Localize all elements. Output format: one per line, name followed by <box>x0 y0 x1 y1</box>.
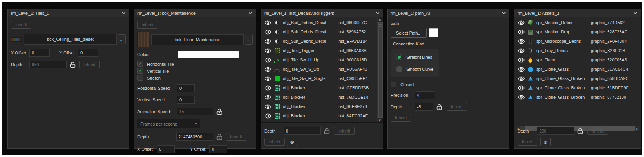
list-item[interactable]: obj_Tile_Sw_S_Up inst_FD56AF40 <box>261 65 383 74</box>
eye-icon[interactable] <box>518 76 525 81</box>
inherit-button[interactable]: Inherit <box>137 21 158 29</box>
list-item[interactable]: spr_Microscope_Debris graphic_2F0F4304 <box>514 37 641 46</box>
list-item[interactable]: obj_Suit_Debris_Decal inst_06039E7C <box>261 18 383 27</box>
x-offset-input[interactable] <box>29 49 50 57</box>
straight-lines-option[interactable]: Straight Lines <box>396 54 434 60</box>
eye-icon[interactable] <box>265 48 271 53</box>
smooth-curve-option[interactable]: Smooth Curve <box>396 66 434 72</box>
lock-open-icon[interactable] <box>324 128 330 134</box>
panel-header-tiles[interactable]: rm_Level_1: Tiles_1 <box>8 9 129 17</box>
eye-icon[interactable] <box>265 58 271 63</box>
panel-header-path[interactable]: rm_Level_1: path_AI <box>388 9 509 17</box>
depth-inherit-button[interactable]: Inherit <box>79 61 100 68</box>
vertical-scrollbar[interactable] <box>377 17 383 122</box>
list-item[interactable]: obj_Tile_Sw_H_Single inst_C99C5EE1 <box>261 74 383 83</box>
eye-icon[interactable] <box>518 20 525 25</box>
depth-input[interactable] <box>29 61 67 68</box>
depth-input[interactable] <box>537 127 574 135</box>
depth-inherit-button[interactable]: Inherit <box>334 127 355 135</box>
depth-input[interactable] <box>176 133 213 141</box>
chevron-down-icon[interactable] <box>121 12 126 14</box>
depth-input[interactable] <box>415 103 433 111</box>
eye-icon[interactable] <box>265 39 271 44</box>
eye-icon[interactable] <box>265 76 271 81</box>
lock-closed-icon[interactable] <box>436 104 442 110</box>
eye-icon[interactable] <box>265 67 271 72</box>
path-colour-swatch[interactable] <box>429 28 438 37</box>
list-item[interactable]: obj_Blocker inst_8BE9E276 <box>261 102 383 111</box>
lock-closed-icon[interactable] <box>70 61 76 68</box>
y-offset-input[interactable] <box>209 145 227 153</box>
eye-icon[interactable] <box>265 113 271 119</box>
circled-x-icon[interactable]: ⊗ <box>540 138 551 146</box>
eye-icon[interactable] <box>518 30 525 35</box>
depth-inherit-button[interactable]: Inherit <box>587 127 608 135</box>
inherit-button[interactable]: Inherit <box>518 138 538 146</box>
animation-speed-input[interactable] <box>177 108 213 115</box>
x-offset-input[interactable] <box>157 145 175 153</box>
colour-swatch[interactable] <box>178 51 239 58</box>
eye-icon[interactable] <box>518 48 525 53</box>
list-item[interactable]: obj_Blocker inst_8AEC92AF <box>261 111 383 120</box>
list-item[interactable]: spr_Clone_Glass graphic_31AC54C4 <box>514 65 641 74</box>
horizontal-speed-input[interactable] <box>177 84 195 92</box>
vertical-speed-input[interactable] <box>177 96 195 104</box>
list-item[interactable]: obj_Blocker inst_CFBDD73B <box>261 83 383 92</box>
eye-icon[interactable] <box>518 67 525 72</box>
eye-icon[interactable] <box>518 85 525 91</box>
list-item[interactable]: obj_Suit_Debris_Decal inst_5896A752 <box>261 27 383 37</box>
lock-open-icon[interactable] <box>216 134 222 140</box>
panel-header-instances[interactable]: rm_Level_1: inst_DecalsAndTriggers <box>261 9 383 17</box>
eye-icon[interactable] <box>518 39 525 44</box>
list-item[interactable]: obj_Blocker inst_76DCDE14 <box>261 92 383 102</box>
scrollbar-thumb[interactable] <box>378 22 383 118</box>
depth-inherit-button[interactable]: Inherit <box>447 103 467 111</box>
list-item[interactable]: spr_Monitor_Drop graphic_528F23AC <box>514 27 641 37</box>
lock-closed-icon[interactable] <box>577 128 583 134</box>
eye-icon[interactable] <box>518 95 525 100</box>
inherit-button[interactable]: Inherit <box>11 21 31 29</box>
straight-lines-radio[interactable] <box>396 54 402 60</box>
list-item[interactable]: spr_Clone_Glass_Broken graphic_51BDEE9E <box>514 83 641 92</box>
eye-icon[interactable] <box>265 95 271 100</box>
tileset-name-field[interactable]: bck_Ceiling_Tiles_tileset <box>24 34 117 45</box>
animation-speed-unit-dropdown[interactable]: Frames per second <box>137 119 200 128</box>
eye-icon[interactable] <box>265 30 271 35</box>
vertical-tile-checkbox[interactable] <box>137 68 143 74</box>
inherit-button[interactable]: Inherit <box>264 138 285 146</box>
eye-icon[interactable] <box>265 20 271 25</box>
y-offset-input[interactable] <box>78 49 98 57</box>
stretch-checkbox[interactable] <box>137 75 143 81</box>
select-path-button[interactable]: Select Path... <box>391 28 427 38</box>
list-item[interactable]: spr_Tray_Debris graphic_B26E01B <box>514 46 641 55</box>
chevron-down-icon[interactable] <box>502 12 506 14</box>
sprite-name-field[interactable]: bck_Floor_Maintenance <box>151 34 244 45</box>
circled-x-icon[interactable]: ⊗ <box>287 138 297 146</box>
depth-input[interactable] <box>284 127 321 135</box>
chevron-down-icon[interactable] <box>376 12 380 14</box>
inherit-button[interactable]: Inherit <box>391 114 411 122</box>
list-item[interactable]: obj_Text_Trigger inst_9653A08A <box>261 46 383 55</box>
scroll-right-arrow-icon[interactable]: ▶ <box>635 126 640 131</box>
precision-input[interactable] <box>415 91 435 99</box>
closed-checkbox[interactable] <box>391 82 396 87</box>
list-item[interactable]: spr_Clone_Glass_Broken graphic_658BDA9C <box>514 74 641 83</box>
list-item[interactable]: spr_Monitor_Debris graphic_774D562 <box>514 18 641 27</box>
smooth-curve-radio[interactable] <box>396 66 402 72</box>
eye-icon[interactable] <box>265 104 271 109</box>
lock-closed-icon[interactable] <box>216 108 222 115</box>
list-item[interactable]: spr_Clone_Glass_Broken graphic_67752139 <box>514 92 641 100</box>
browse-sprite-button[interactable]: ... <box>245 35 253 45</box>
eye-icon[interactable] <box>265 85 271 91</box>
list-item[interactable]: spr_Flame graphic_520F05A6 <box>514 55 641 65</box>
list-item[interactable]: obj_Tile_Sw_H_Up inst_900C618D <box>261 55 383 65</box>
list-item[interactable]: obj_Suit_Debris_Decal inst_EFA7D1B4 <box>261 37 383 46</box>
depth-inherit-button[interactable]: Inherit <box>226 133 246 141</box>
browse-tileset-button[interactable]: ... <box>118 34 126 44</box>
eye-icon[interactable] <box>518 58 525 63</box>
panel-header-assets[interactable]: rm_Level_1: Assets_1 <box>514 9 641 17</box>
horizontal-tile-checkbox[interactable] <box>137 61 143 67</box>
panel-header-background[interactable]: rm_Level_1: bck_Maintanence <box>134 9 256 17</box>
chevron-down-icon[interactable] <box>633 12 637 14</box>
chevron-down-icon[interactable] <box>248 12 253 14</box>
